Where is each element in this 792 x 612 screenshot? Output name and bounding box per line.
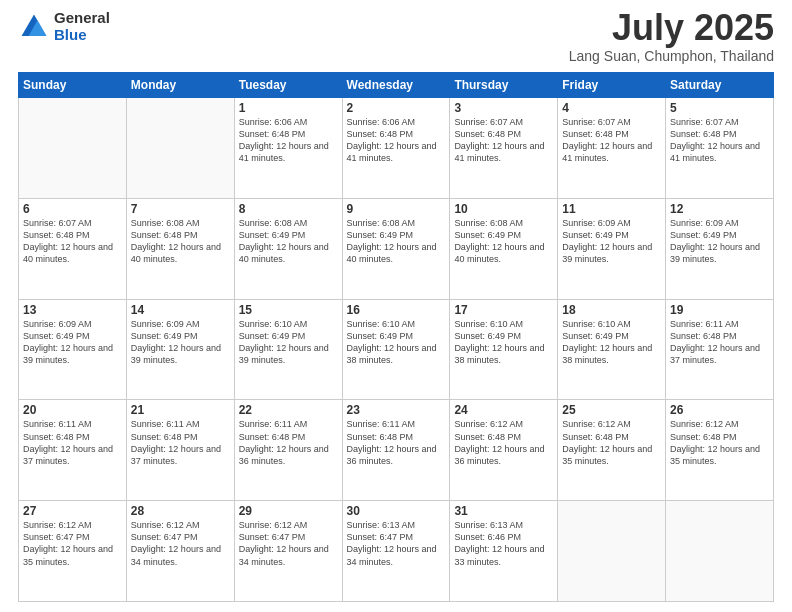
day-info: Sunrise: 6:12 AM Sunset: 6:48 PM Dayligh… [454,418,553,467]
day-info: Sunrise: 6:12 AM Sunset: 6:47 PM Dayligh… [131,519,230,568]
day-number: 13 [23,303,122,317]
calendar-cell: 22Sunrise: 6:11 AM Sunset: 6:48 PM Dayli… [234,400,342,501]
day-info: Sunrise: 6:12 AM Sunset: 6:48 PM Dayligh… [562,418,661,467]
calendar-cell: 25Sunrise: 6:12 AM Sunset: 6:48 PM Dayli… [558,400,666,501]
calendar-cell [126,98,234,199]
day-info: Sunrise: 6:12 AM Sunset: 6:47 PM Dayligh… [23,519,122,568]
day-number: 31 [454,504,553,518]
day-number: 8 [239,202,338,216]
calendar-cell [666,501,774,602]
day-info: Sunrise: 6:09 AM Sunset: 6:49 PM Dayligh… [670,217,769,266]
calendar-cell: 18Sunrise: 6:10 AM Sunset: 6:49 PM Dayli… [558,299,666,400]
calendar-week-row: 6Sunrise: 6:07 AM Sunset: 6:48 PM Daylig… [19,198,774,299]
calendar-cell: 19Sunrise: 6:11 AM Sunset: 6:48 PM Dayli… [666,299,774,400]
day-info: Sunrise: 6:09 AM Sunset: 6:49 PM Dayligh… [23,318,122,367]
day-info: Sunrise: 6:09 AM Sunset: 6:49 PM Dayligh… [131,318,230,367]
calendar-day-header: Friday [558,73,666,98]
day-info: Sunrise: 6:06 AM Sunset: 6:48 PM Dayligh… [239,116,338,165]
day-info: Sunrise: 6:12 AM Sunset: 6:47 PM Dayligh… [239,519,338,568]
calendar-cell: 8Sunrise: 6:08 AM Sunset: 6:49 PM Daylig… [234,198,342,299]
calendar-cell: 1Sunrise: 6:06 AM Sunset: 6:48 PM Daylig… [234,98,342,199]
calendar-cell: 10Sunrise: 6:08 AM Sunset: 6:49 PM Dayli… [450,198,558,299]
calendar-cell: 24Sunrise: 6:12 AM Sunset: 6:48 PM Dayli… [450,400,558,501]
calendar-cell: 7Sunrise: 6:08 AM Sunset: 6:48 PM Daylig… [126,198,234,299]
day-number: 10 [454,202,553,216]
calendar-day-header: Wednesday [342,73,450,98]
day-number: 29 [239,504,338,518]
calendar-day-header: Saturday [666,73,774,98]
day-info: Sunrise: 6:10 AM Sunset: 6:49 PM Dayligh… [347,318,446,367]
day-info: Sunrise: 6:06 AM Sunset: 6:48 PM Dayligh… [347,116,446,165]
day-number: 19 [670,303,769,317]
day-number: 7 [131,202,230,216]
day-number: 23 [347,403,446,417]
day-number: 21 [131,403,230,417]
calendar-cell: 20Sunrise: 6:11 AM Sunset: 6:48 PM Dayli… [19,400,127,501]
calendar-day-header: Thursday [450,73,558,98]
calendar-cell [19,98,127,199]
day-number: 1 [239,101,338,115]
logo: General Blue [18,10,110,43]
day-number: 6 [23,202,122,216]
calendar-day-header: Sunday [19,73,127,98]
calendar-week-row: 1Sunrise: 6:06 AM Sunset: 6:48 PM Daylig… [19,98,774,199]
day-number: 4 [562,101,661,115]
day-info: Sunrise: 6:10 AM Sunset: 6:49 PM Dayligh… [454,318,553,367]
day-info: Sunrise: 6:07 AM Sunset: 6:48 PM Dayligh… [454,116,553,165]
day-info: Sunrise: 6:10 AM Sunset: 6:49 PM Dayligh… [239,318,338,367]
day-number: 25 [562,403,661,417]
day-info: Sunrise: 6:08 AM Sunset: 6:49 PM Dayligh… [454,217,553,266]
day-info: Sunrise: 6:07 AM Sunset: 6:48 PM Dayligh… [23,217,122,266]
day-number: 3 [454,101,553,115]
calendar-cell: 14Sunrise: 6:09 AM Sunset: 6:49 PM Dayli… [126,299,234,400]
day-number: 2 [347,101,446,115]
day-number: 14 [131,303,230,317]
calendar-cell: 5Sunrise: 6:07 AM Sunset: 6:48 PM Daylig… [666,98,774,199]
logo-text: General Blue [54,10,110,43]
day-info: Sunrise: 6:07 AM Sunset: 6:48 PM Dayligh… [562,116,661,165]
header: General Blue July 2025 Lang Suan, Chumph… [18,10,774,64]
day-info: Sunrise: 6:12 AM Sunset: 6:48 PM Dayligh… [670,418,769,467]
calendar-table: SundayMondayTuesdayWednesdayThursdayFrid… [18,72,774,602]
day-info: Sunrise: 6:10 AM Sunset: 6:49 PM Dayligh… [562,318,661,367]
calendar-cell: 21Sunrise: 6:11 AM Sunset: 6:48 PM Dayli… [126,400,234,501]
calendar-cell: 4Sunrise: 6:07 AM Sunset: 6:48 PM Daylig… [558,98,666,199]
day-number: 22 [239,403,338,417]
location: Lang Suan, Chumphon, Thailand [569,48,774,64]
day-info: Sunrise: 6:11 AM Sunset: 6:48 PM Dayligh… [670,318,769,367]
day-number: 18 [562,303,661,317]
day-number: 27 [23,504,122,518]
day-info: Sunrise: 6:13 AM Sunset: 6:47 PM Dayligh… [347,519,446,568]
calendar-header-row: SundayMondayTuesdayWednesdayThursdayFrid… [19,73,774,98]
page: General Blue July 2025 Lang Suan, Chumph… [0,0,792,612]
day-info: Sunrise: 6:11 AM Sunset: 6:48 PM Dayligh… [23,418,122,467]
calendar-cell: 12Sunrise: 6:09 AM Sunset: 6:49 PM Dayli… [666,198,774,299]
calendar-day-header: Tuesday [234,73,342,98]
day-number: 9 [347,202,446,216]
day-number: 17 [454,303,553,317]
logo-general: General [54,10,110,27]
day-number: 12 [670,202,769,216]
calendar-cell: 29Sunrise: 6:12 AM Sunset: 6:47 PM Dayli… [234,501,342,602]
calendar-cell: 27Sunrise: 6:12 AM Sunset: 6:47 PM Dayli… [19,501,127,602]
day-info: Sunrise: 6:08 AM Sunset: 6:48 PM Dayligh… [131,217,230,266]
day-info: Sunrise: 6:11 AM Sunset: 6:48 PM Dayligh… [131,418,230,467]
day-info: Sunrise: 6:07 AM Sunset: 6:48 PM Dayligh… [670,116,769,165]
calendar-cell: 15Sunrise: 6:10 AM Sunset: 6:49 PM Dayli… [234,299,342,400]
day-info: Sunrise: 6:09 AM Sunset: 6:49 PM Dayligh… [562,217,661,266]
calendar-day-header: Monday [126,73,234,98]
day-number: 28 [131,504,230,518]
calendar-week-row: 27Sunrise: 6:12 AM Sunset: 6:47 PM Dayli… [19,501,774,602]
day-number: 26 [670,403,769,417]
day-info: Sunrise: 6:11 AM Sunset: 6:48 PM Dayligh… [239,418,338,467]
calendar-cell: 9Sunrise: 6:08 AM Sunset: 6:49 PM Daylig… [342,198,450,299]
day-number: 5 [670,101,769,115]
logo-icon [18,11,50,43]
day-number: 15 [239,303,338,317]
calendar-cell: 3Sunrise: 6:07 AM Sunset: 6:48 PM Daylig… [450,98,558,199]
calendar-week-row: 13Sunrise: 6:09 AM Sunset: 6:49 PM Dayli… [19,299,774,400]
calendar-cell: 26Sunrise: 6:12 AM Sunset: 6:48 PM Dayli… [666,400,774,501]
calendar-cell: 17Sunrise: 6:10 AM Sunset: 6:49 PM Dayli… [450,299,558,400]
calendar-week-row: 20Sunrise: 6:11 AM Sunset: 6:48 PM Dayli… [19,400,774,501]
day-number: 16 [347,303,446,317]
